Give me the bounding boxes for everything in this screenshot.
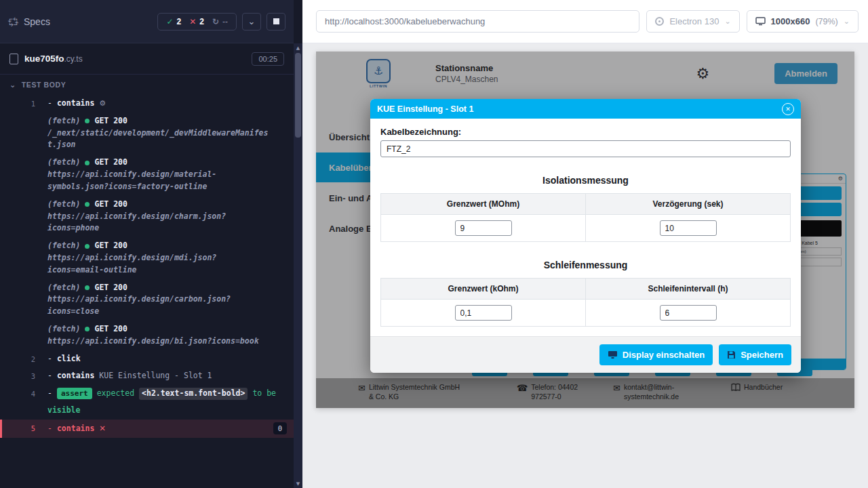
- modal-body: Kabelbezeichnung: Isolationsmessung Gren…: [370, 119, 801, 336]
- scroll-up-icon[interactable]: ▲: [294, 43, 302, 52]
- cable-name-input[interactable]: [380, 140, 791, 157]
- stat-passed: ✓ 2: [166, 17, 181, 26]
- dash: [47, 370, 52, 382]
- dash: [47, 353, 52, 365]
- reporter-scrollbar[interactable]: ▲ ▼: [294, 0, 302, 488]
- command-row-contains[interactable]: 1 contains ⚙: [0, 95, 294, 113]
- loop-limit-input[interactable]: [455, 305, 512, 321]
- modal-title: KUE Einstellung - Slot 1: [377, 104, 473, 114]
- loop-section-title: Schleifenmessung: [380, 260, 791, 270]
- isolation-section-title: Isolationsmessung: [380, 175, 791, 186]
- fail-x-icon: ✕: [99, 423, 106, 435]
- fetch-row[interactable]: (fetch) GET 200 https://api.iconify.desi…: [0, 279, 294, 321]
- loop-table: Grenzwert (kOhm) Schleifenintervall (h): [380, 278, 791, 327]
- save-floppy-icon: [727, 350, 736, 359]
- kue-settings-modal: KUE Einstellung - Slot 1 ✕ Kabelbezeichn…: [370, 99, 801, 373]
- test-body-toggle[interactable]: ⌄ TEST BODY: [0, 75, 294, 95]
- fetch-row[interactable]: (fetch) GET 200 https://api.iconify.desi…: [0, 196, 294, 237]
- fetch-row[interactable]: (fetch) GET 200 https://api.iconify.desi…: [0, 154, 294, 195]
- viewport-selector[interactable]: 1000x660 (79%) ⌄: [747, 10, 859, 33]
- assert-target: <h2.text-sm.font-bold>: [139, 388, 248, 400]
- command-row-contains[interactable]: 3 contains KUE Einstellung - Slot 1: [0, 367, 294, 385]
- column-header: Verzögerung (sek): [586, 194, 791, 215]
- fetch-url: https://api.iconify.design/material-symb…: [47, 169, 271, 193]
- save-button[interactable]: Speichern: [719, 344, 791, 365]
- aut-toolbar: Electron 130 ⌄ 1000x660 (79%) ⌄: [302, 0, 868, 43]
- screen: ⮔ Specs ✓ 2 ✕ 2 ↻ -- ⌄: [0, 0, 868, 488]
- electron-icon: [655, 17, 664, 26]
- command-row-failed[interactable]: 5 contains ✕ 0: [0, 420, 294, 438]
- refresh-icon: ↻: [212, 17, 219, 26]
- fetch-url: https://api.iconify.design/carbon.json?i…: [47, 293, 271, 318]
- dash: [47, 98, 52, 110]
- modal-footer: Display einschalten Speichern: [370, 336, 801, 373]
- aut-canvas: ⚓ LITTWIN Stationsname CPLV4_Maschen ⚙ A…: [302, 43, 868, 488]
- dash: [47, 388, 52, 400]
- collapse-button[interactable]: ⌄: [242, 13, 261, 30]
- fetch-url: /_next/static/development/_devMiddleware…: [47, 127, 271, 152]
- display-on-button[interactable]: Display einschalten: [599, 344, 713, 365]
- fetch-row[interactable]: (fetch) GET 200 /_next/static/developmen…: [0, 113, 294, 154]
- chevron-down-icon: ⌄: [248, 16, 256, 26]
- stop-button[interactable]: [267, 13, 285, 30]
- fetch-row[interactable]: (fetch) GET 200 https://api.iconify.desi…: [0, 321, 294, 350]
- status-dot-icon: [85, 244, 90, 249]
- display-icon: [608, 350, 618, 359]
- spec-file-icon: [9, 54, 18, 64]
- status-dot-icon: [85, 119, 90, 123]
- scrollbar-thumb[interactable]: [295, 53, 301, 138]
- isolation-table: Grenzwert (MOhm) Verzögerung (sek): [380, 193, 791, 242]
- cypress-reporter: ⮔ Specs ✓ 2 ✕ 2 ↻ -- ⌄: [0, 0, 294, 488]
- check-icon: ✓: [166, 17, 173, 26]
- url-input[interactable]: [316, 10, 639, 33]
- test-stats: ✓ 2 ✕ 2 ↻ --: [157, 13, 237, 30]
- scroll-down-icon[interactable]: ▼: [294, 479, 302, 488]
- modal-header: KUE Einstellung - Slot 1 ✕: [370, 99, 801, 119]
- isolation-limit-input[interactable]: [455, 220, 512, 236]
- x-icon: ✕: [189, 17, 196, 26]
- command-row-click[interactable]: 2 click: [0, 350, 294, 368]
- close-icon[interactable]: ✕: [782, 103, 794, 115]
- specs-list-icon[interactable]: ⮔: [8, 16, 18, 28]
- chevron-down-icon: ⌄: [724, 17, 730, 26]
- command-log: 1 contains ⚙ (fetch) GET 200 /_next/stat…: [0, 95, 294, 488]
- loop-interval-input[interactable]: [660, 305, 717, 321]
- gear-icon: ⚙: [99, 98, 106, 109]
- stat-failed: ✕ 2: [189, 17, 204, 26]
- app-under-test: ⚓ LITTWIN Stationsname CPLV4_Maschen ⚙ A…: [316, 52, 854, 408]
- fetch-url: https://api.iconify.design/bi.json?icons…: [47, 336, 271, 348]
- status-dot-icon: [85, 161, 90, 165]
- reporter-header: ⮔ Specs ✓ 2 ✕ 2 ↻ -- ⌄: [0, 0, 294, 43]
- spec-name: kue705fo.cy.ts: [24, 54, 83, 64]
- fetch-row[interactable]: (fetch) GET 200 https://api.iconify.desi…: [0, 237, 294, 279]
- column-header: Grenzwert (kOhm): [381, 279, 586, 300]
- spec-header[interactable]: kue705fo.cy.ts 00:25: [0, 43, 294, 75]
- runner-main: Electron 130 ⌄ 1000x660 (79%) ⌄ ⚓ L: [302, 0, 868, 488]
- column-header: Schleifenintervall (h): [586, 279, 791, 300]
- chevron-down-icon: ⌄: [9, 81, 16, 89]
- monitor-icon: [755, 17, 766, 26]
- fetch-url: https://api.iconify.design/charm.json?ic…: [47, 211, 271, 235]
- stop-icon: [273, 18, 279, 24]
- status-dot-icon: [85, 285, 90, 290]
- isolation-delay-input[interactable]: [660, 220, 717, 236]
- retry-count-badge: 0: [273, 422, 287, 434]
- fetch-url: https://api.iconify.design/mdi.json?icon…: [47, 252, 271, 277]
- status-dot-icon: [85, 202, 90, 207]
- chevron-down-icon: ⌄: [844, 17, 850, 26]
- browser-selector[interactable]: Electron 130 ⌄: [646, 10, 739, 33]
- command-row-assert[interactable]: 4 assert expected <h2.text-sm.font-bold>…: [0, 385, 294, 420]
- stat-pending: ↻ --: [212, 17, 228, 26]
- dash: [47, 423, 52, 435]
- spec-timer: 00:25: [252, 52, 284, 66]
- cable-name-label: Kabelbezeichnung:: [380, 127, 791, 137]
- assert-badge: assert: [57, 388, 92, 399]
- status-dot-icon: [85, 327, 90, 331]
- specs-label[interactable]: Specs: [24, 16, 50, 27]
- command-arg: KUE Einstellung - Slot 1: [99, 370, 212, 382]
- column-header: Grenzwert (MOhm): [381, 194, 586, 215]
